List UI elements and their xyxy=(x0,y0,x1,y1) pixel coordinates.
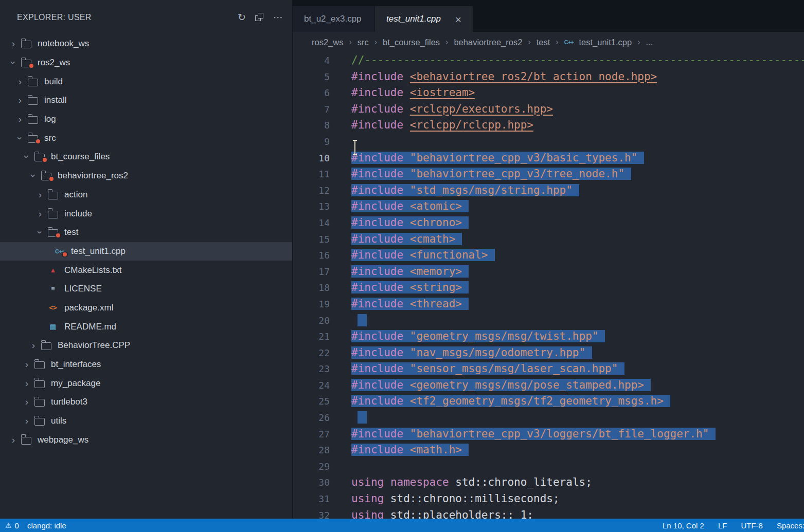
code-line-13[interactable]: 13#include <atomic> xyxy=(293,198,804,215)
line-number: 8 xyxy=(293,117,351,134)
breadcrumb-item-src[interactable]: src xyxy=(358,38,369,47)
line-number: 21 xyxy=(293,328,351,345)
code-editor[interactable]: 4//-------------------------------------… xyxy=(293,52,804,532)
tree-item-behaviortree_ros2[interactable]: ›behaviortree_ros2 xyxy=(0,167,292,186)
explorer-sidebar: EXPLORER: USER ↻⋯ ›notebook_ws›ros2_ws›b… xyxy=(0,0,293,532)
vscode-window: EXPLORER: USER ↻⋯ ›notebook_ws›ros2_ws›b… xyxy=(0,0,804,532)
code-line-11[interactable]: 11#include "behaviortree_cpp_v3/tree_nod… xyxy=(293,166,804,182)
line-number: 6 xyxy=(293,85,351,101)
code-line-26[interactable]: 26 xyxy=(293,410,804,426)
tree-item-turtlebot3[interactable]: ›turtlebot3 xyxy=(0,393,292,412)
code-line-23[interactable]: 23#include "sensor_msgs/msg/laser_scan.h… xyxy=(293,361,804,377)
tree-item-build[interactable]: ›build xyxy=(0,72,292,91)
tree-item-test_unit1.cpp[interactable]: C++test_unit1.cpp xyxy=(0,242,292,261)
code-line-20[interactable]: 20 xyxy=(293,313,804,329)
status-spaces[interactable]: Spaces: 2 xyxy=(777,521,804,530)
status-warnings-count[interactable]: ⚠0 xyxy=(5,521,19,530)
breadcrumb-item-behaviortree_ros2[interactable]: behaviortree_ros2 xyxy=(454,38,522,47)
selection-highlight: #include <geometry_msgs/msg/pose_stamped… xyxy=(351,379,651,391)
breadcrumb-item-test_unit1.cpp[interactable]: test_unit1.cpp xyxy=(579,38,632,47)
tree-item-notebook_ws[interactable]: ›notebook_ws xyxy=(0,34,292,53)
breadcrumb-item-bt_course_files[interactable]: bt_course_files xyxy=(383,38,440,47)
breadcrumb-item-...[interactable]: ... xyxy=(646,38,653,47)
tree-item-test[interactable]: ›test xyxy=(0,223,292,242)
tree-item-label: test_unit1.cpp xyxy=(71,246,126,256)
code-line-21[interactable]: 21#include "geometry_msgs/msg/twist.hpp" xyxy=(293,328,804,345)
tree-item-README.md[interactable]: ▤README.md xyxy=(0,317,292,336)
code-line-29[interactable]: 29 xyxy=(293,458,804,475)
tree-item-src[interactable]: ›src xyxy=(0,129,292,148)
code-text: #include <rclcpp/rclcpp.hpp> xyxy=(351,117,533,134)
code-line-22[interactable]: 22#include "nav_msgs/msg/odometry.hpp" xyxy=(293,345,804,361)
line-number: 19 xyxy=(293,296,351,313)
code-line-4[interactable]: 4//-------------------------------------… xyxy=(293,52,804,69)
line-number: 13 xyxy=(293,198,351,215)
breadcrumb-item-ros2_ws[interactable]: ros2_ws xyxy=(312,38,343,47)
tree-item-include[interactable]: ›include xyxy=(0,204,292,223)
tree-item-my_package[interactable]: ›my_package xyxy=(0,374,292,393)
line-number: 31 xyxy=(293,491,351,507)
tree-item-webpage_ws[interactable]: ›webpage_ws xyxy=(0,430,292,449)
line-number: 16 xyxy=(293,247,351,264)
status-ln[interactable]: Ln 10, Col 2 xyxy=(663,521,704,530)
code-line-27[interactable]: 27#include "behaviortree_cpp_v3/loggers/… xyxy=(293,426,804,443)
tree-item-label: src xyxy=(44,133,56,143)
tree-item-label: my_package xyxy=(51,378,100,389)
code-line-6[interactable]: 6#include <iostream> xyxy=(293,85,804,101)
tree-item-bt_interfaces[interactable]: ›bt_interfaces xyxy=(0,355,292,374)
tab-test_unit1.cpp[interactable]: test_unit1.cpp× xyxy=(375,6,473,32)
chevron-collapsed-icon: › xyxy=(14,114,26,125)
more-actions-icon[interactable]: ⋯ xyxy=(273,11,283,23)
code-line-16[interactable]: 16#include <functional> xyxy=(293,247,804,264)
tree-item-label: LICENSE xyxy=(64,284,102,294)
folder-icon xyxy=(46,209,60,218)
tree-item-utils[interactable]: ›utils xyxy=(0,412,292,431)
code-line-25[interactable]: 25#include <tf2_geometry_msgs/tf2_geomet… xyxy=(293,393,804,410)
code-line-17[interactable]: 17#include <memory> xyxy=(293,264,804,280)
code-line-24[interactable]: 24#include <geometry_msgs/msg/pose_stamp… xyxy=(293,377,804,394)
refresh-explorer-icon[interactable]: ↻ xyxy=(238,11,246,23)
tree-item-label: package.xml xyxy=(64,303,113,313)
line-number: 18 xyxy=(293,280,351,296)
collapse-folders-icon[interactable] xyxy=(255,13,264,22)
tree-item-BehaviorTree.CPP[interactable]: ›BehaviorTree.CPP xyxy=(0,336,292,355)
tree-item-package.xml[interactable]: <>package.xml xyxy=(0,299,292,318)
status-utf8[interactable]: UTF-8 xyxy=(741,521,763,530)
code-line-8[interactable]: 8#include <rclcpp/rclcpp.hpp> xyxy=(293,117,804,134)
code-line-10[interactable]: 10#include "behaviortree_cpp_v3/basic_ty… xyxy=(293,150,804,167)
code-line-31[interactable]: 31using std::chrono::milliseconds; xyxy=(293,491,804,507)
tree-item-CMakeLists.txt[interactable]: ▲CMakeLists.txt xyxy=(0,261,292,280)
tree-item-ros2_ws[interactable]: ›ros2_ws xyxy=(0,53,292,72)
line-number: 10 xyxy=(293,150,351,167)
code-line-28[interactable]: 28#include <math.h> xyxy=(293,442,804,458)
code-line-7[interactable]: 7#include <rclcpp/executors.hpp> xyxy=(293,101,804,118)
folder-icon xyxy=(20,58,33,67)
code-line-15[interactable]: 15#include <cmath> xyxy=(293,231,804,248)
code-line-5[interactable]: 5#include <behaviortree_ros2/bt_action_n… xyxy=(293,69,804,85)
status-lf[interactable]: LF xyxy=(718,521,727,530)
tree-item-label: notebook_ws xyxy=(38,39,89,49)
code-line-9[interactable]: 9 xyxy=(293,134,804,150)
cpp-file-icon: C++ xyxy=(564,39,574,45)
line-number: 17 xyxy=(293,264,351,280)
tree-item-label: webpage_ws xyxy=(38,435,88,445)
tree-item-LICENSE[interactable]: ≡LICENSE xyxy=(0,280,292,299)
tree-item-bt_course_files[interactable]: ›bt_course_files xyxy=(0,148,292,167)
tab-bt_u2_ex3.cpp[interactable]: bt_u2_ex3.cpp xyxy=(293,6,375,32)
chevron-collapsed-icon: › xyxy=(21,359,33,370)
breadcrumb-item-test[interactable]: test xyxy=(537,38,550,47)
code-text xyxy=(351,410,367,426)
breadcrumb-separator-icon: › xyxy=(556,38,558,47)
code-line-14[interactable]: 14#include <chrono> xyxy=(293,215,804,231)
tree-item-log[interactable]: ›log xyxy=(0,110,292,129)
close-tab-icon[interactable]: × xyxy=(455,14,461,25)
line-number: 11 xyxy=(293,166,351,182)
status-clangd-status[interactable]: clangd: idle xyxy=(27,521,66,530)
selection-highlight: #include <tf2_geometry_msgs/tf2_geometry… xyxy=(351,395,670,407)
code-line-19[interactable]: 19#include <thread> xyxy=(293,296,804,313)
code-line-30[interactable]: 30using namespace std::chrono_literals; xyxy=(293,474,804,491)
tree-item-action[interactable]: ›action xyxy=(0,186,292,205)
tree-item-install[interactable]: ›install xyxy=(0,91,292,110)
code-line-12[interactable]: 12#include "std_msgs/msg/string.hpp" xyxy=(293,182,804,199)
code-line-18[interactable]: 18#include <string> xyxy=(293,280,804,296)
